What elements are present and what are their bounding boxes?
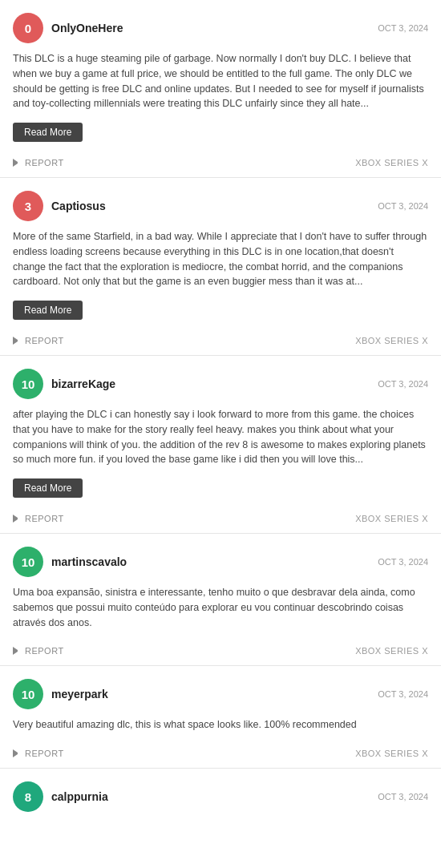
avatar: 0	[13, 13, 43, 43]
review-body: Very beautiful amazing dlc, this is what…	[13, 717, 428, 733]
report-button[interactable]: REPORT	[13, 158, 64, 168]
review-body: More of the same Starfield, in a bad way…	[13, 229, 428, 289]
report-label: REPORT	[25, 158, 64, 168]
avatar: 3	[13, 191, 43, 221]
username: calppurnia	[51, 790, 108, 803]
read-more-button[interactable]: Read More	[13, 478, 83, 498]
review-header: 10 meyerpark OCT 3, 2024	[13, 679, 428, 709]
review-header: 0 OnlyOneHere OCT 3, 2024	[13, 13, 428, 43]
platform-label: XBOX SERIES X	[355, 749, 428, 758]
review-card: 8 calppurnia OCT 3, 2024 REPORT XBOX SER…	[0, 769, 441, 868]
review-header-left: 10 bizarreKage	[13, 369, 115, 399]
review-header: 10 martinscavalo OCT 3, 2024	[13, 547, 428, 577]
review-date: OCT 3, 2024	[378, 792, 428, 801]
review-footer: REPORT XBOX SERIES X	[13, 742, 428, 758]
username: OnlyOneHere	[51, 22, 123, 34]
username: Captiosus	[51, 200, 106, 212]
review-body: after playing the DLC i can honestly say…	[13, 407, 428, 467]
report-icon	[13, 337, 21, 345]
review-card: 10 meyerpark OCT 3, 2024 Very beautiful …	[0, 666, 441, 769]
avatar: 10	[13, 679, 43, 709]
report-label: REPORT	[25, 336, 64, 345]
report-label: REPORT	[25, 514, 64, 523]
report-icon	[13, 647, 21, 655]
review-header-left: 3 Captiosus	[13, 191, 106, 221]
review-header-left: 10 meyerpark	[13, 679, 108, 709]
report-button[interactable]: REPORT	[13, 749, 64, 758]
read-more-button[interactable]: Read More	[13, 123, 83, 142]
avatar: 10	[13, 547, 43, 577]
review-header: 8 calppurnia OCT 3, 2024	[13, 781, 428, 812]
review-footer: REPORT XBOX SERIES X	[13, 151, 428, 168]
review-date: OCT 3, 2024	[378, 557, 428, 567]
review-date: OCT 3, 2024	[378, 201, 428, 211]
review-card: 3 Captiosus OCT 3, 2024 More of the same…	[0, 178, 441, 356]
review-date: OCT 3, 2024	[378, 23, 428, 33]
review-header-left: 10 martinscavalo	[13, 547, 127, 577]
platform-label: XBOX SERIES X	[355, 158, 428, 168]
review-card: 0 OnlyOneHere OCT 3, 2024 This DLC is a …	[0, 0, 441, 178]
review-body: Uma boa expansão, sinistra e interessant…	[13, 585, 428, 630]
platform-label: XBOX SERIES X	[355, 646, 428, 656]
review-footer: REPORT XBOX SERIES X	[13, 640, 428, 656]
review-header-left: 0 OnlyOneHere	[13, 13, 123, 43]
report-icon	[13, 749, 21, 757]
platform-label: XBOX SERIES X	[355, 336, 428, 345]
review-header-left: 8 calppurnia	[13, 781, 108, 812]
read-more-button[interactable]: Read More	[13, 301, 83, 320]
review-card: 10 martinscavalo OCT 3, 2024 Uma boa exp…	[0, 534, 441, 666]
report-label: REPORT	[25, 646, 64, 656]
report-button[interactable]: REPORT	[13, 646, 64, 656]
review-date: OCT 3, 2024	[378, 689, 428, 699]
report-button[interactable]: REPORT	[13, 514, 64, 523]
review-header: 10 bizarreKage OCT 3, 2024	[13, 369, 428, 399]
avatar: 8	[13, 781, 43, 812]
report-label: REPORT	[25, 749, 64, 758]
report-button[interactable]: REPORT	[13, 336, 64, 345]
avatar: 10	[13, 369, 43, 399]
username: meyerpark	[51, 688, 108, 700]
review-footer: REPORT XBOX SERIES X	[13, 507, 428, 523]
review-card: 10 bizarreKage OCT 3, 2024 after playing…	[0, 356, 441, 534]
report-icon	[13, 159, 21, 167]
review-header: 3 Captiosus OCT 3, 2024	[13, 191, 428, 221]
report-icon	[13, 515, 21, 523]
review-footer: REPORT XBOX SERIES X	[13, 329, 428, 345]
username: bizarreKage	[51, 377, 115, 390]
review-body: This DLC is a huge steaming pile of garb…	[13, 51, 428, 111]
username: martinscavalo	[51, 555, 127, 568]
platform-label: XBOX SERIES X	[355, 514, 428, 523]
review-date: OCT 3, 2024	[378, 379, 428, 389]
